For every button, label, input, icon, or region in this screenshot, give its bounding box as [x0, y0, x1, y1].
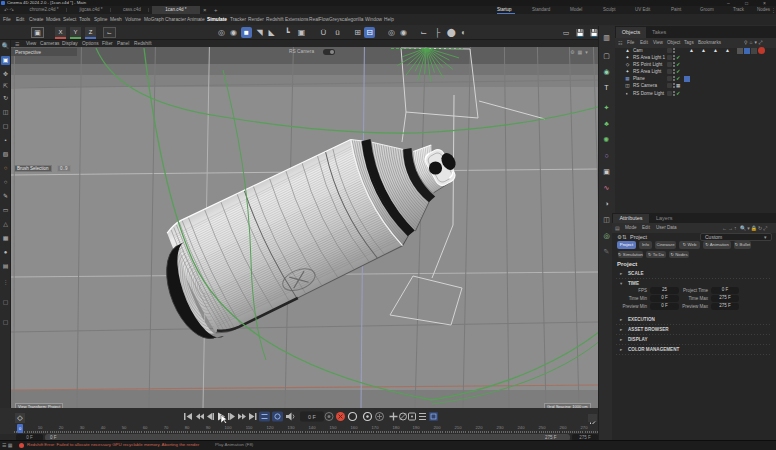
svg-text:0 F: 0 F [308, 414, 317, 420]
